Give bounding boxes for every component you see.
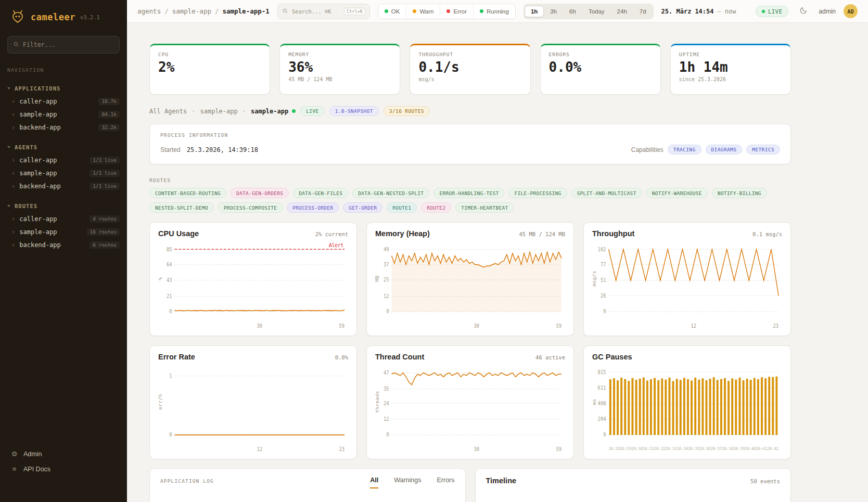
all-agents-link[interactable]: All Agents bbox=[149, 108, 187, 115]
metric-value: 2% bbox=[158, 59, 261, 75]
svg-text:20:2820:2920:3020:3120:3220:33: 20:2820:2920:3020:3120:3220:3320:3420:35… bbox=[608, 446, 778, 452]
svg-text:37: 37 bbox=[384, 262, 389, 268]
agent-online-dot bbox=[292, 109, 296, 113]
status-dot-warn bbox=[413, 9, 416, 13]
svg-text:ms: ms bbox=[592, 399, 597, 405]
section-header-routes[interactable]: ROUTES bbox=[0, 200, 127, 212]
chevron-right-icon: › bbox=[11, 242, 15, 248]
tab-warnings[interactable]: Warnings bbox=[394, 477, 421, 488]
search-input[interactable] bbox=[292, 8, 340, 15]
user-menu[interactable]: admin bbox=[819, 8, 836, 15]
breadcrumb-current: sample-app-1 bbox=[222, 7, 269, 15]
sidebar-item-routes-backend-app[interactable]: › backend-app 6 routes bbox=[0, 238, 127, 251]
item-live-badge: 1/1 live bbox=[90, 157, 120, 164]
time-range-today[interactable]: Today bbox=[582, 6, 611, 17]
footer-label: API Docs bbox=[23, 466, 50, 473]
datetime-range-control[interactable]: 25. März 14:54 — now bbox=[661, 8, 736, 15]
section-header-applications[interactable]: APPLICATIONS bbox=[0, 82, 127, 95]
sidebar-item-agent-backend-app[interactable]: › backend-app 1/1 live bbox=[0, 179, 127, 192]
routes-section-title: ROUTES bbox=[149, 177, 791, 183]
breadcrumb-sample-app[interactable]: sample-app bbox=[172, 7, 211, 15]
charts-grid: CPU Usage 2% current 021436485%Alert3059… bbox=[149, 222, 791, 459]
route-badge[interactable]: ROUTE1 bbox=[387, 202, 417, 213]
sidebar-filter[interactable] bbox=[7, 36, 120, 54]
metric-card-uptime: UPTIME 1h 14m since 25.3.2026 bbox=[670, 44, 791, 95]
route-badge[interactable]: ERROR-HANDLING-TEST bbox=[433, 188, 504, 198]
status-filter-error[interactable]: Error bbox=[440, 4, 474, 19]
route-badge[interactable]: NOTIFY-WAREHOUSE bbox=[646, 188, 708, 198]
status-label: Error bbox=[453, 8, 467, 15]
time-range-7d[interactable]: 7d bbox=[633, 6, 653, 17]
metric-cards-row: CPU 2% MEMORY 36% 45 MB / 124 MB THROUGH… bbox=[149, 44, 791, 95]
route-badge[interactable]: CONTENT-BASED-ROUTING bbox=[149, 188, 226, 198]
filter-input[interactable] bbox=[23, 41, 114, 48]
sidebar-item-routes-caller-app[interactable]: › caller-app 4 routes bbox=[0, 212, 127, 225]
status-filter-group: OK Warn Error Running bbox=[378, 4, 516, 19]
memory-heap-chart-card: Memory (Heap) 45 MB / 124 MB 012253749MB… bbox=[366, 222, 574, 336]
main-area: agents / sample-app / sample-app-1 Ctrl+… bbox=[127, 0, 868, 502]
route-badge[interactable]: NESTED-SPLIT-DEMO bbox=[149, 202, 214, 213]
sidebar-item-application-sample-app[interactable]: › sample-app 84.1k bbox=[0, 108, 127, 121]
live-label: LIVE bbox=[768, 8, 782, 15]
now-label: now bbox=[725, 8, 736, 15]
section-header-agents[interactable]: AGENTS bbox=[0, 141, 127, 153]
status-filter-warn[interactable]: Warn bbox=[406, 4, 440, 19]
item-label: backend-app bbox=[19, 241, 60, 249]
time-range-3h[interactable]: 3h bbox=[544, 6, 563, 17]
chart-title: GC Pauses bbox=[592, 353, 632, 361]
timeline-title: Timeline bbox=[486, 477, 517, 485]
sidebar-item-application-backend-app[interactable]: › backend-app 32.2k bbox=[0, 121, 127, 134]
dark-mode-toggle[interactable] bbox=[796, 4, 811, 19]
svg-text:12: 12 bbox=[691, 323, 696, 329]
route-badges: CONTENT-BASED-ROUTING DATA-GEN-ORDERS DA… bbox=[149, 188, 791, 213]
live-toggle[interactable]: LIVE bbox=[756, 6, 788, 17]
sample-app-link[interactable]: sample-app bbox=[200, 108, 237, 115]
metric-card-memory: MEMORY 36% 45 MB / 124 MB bbox=[279, 44, 400, 95]
status-label: Running bbox=[487, 8, 509, 15]
chart-title: Error Rate bbox=[158, 353, 195, 361]
tab-errors[interactable]: Errors bbox=[437, 477, 454, 488]
moon-icon bbox=[799, 6, 808, 17]
route-badge[interactable]: GET-ORDER bbox=[343, 202, 382, 213]
gc-pauses-chart-card: GC Pauses 0204408611815ms20:2820:2920:30… bbox=[583, 345, 791, 459]
avatar[interactable]: AD bbox=[844, 4, 858, 18]
current-agent: sample-app bbox=[251, 108, 288, 115]
svg-text:204: 204 bbox=[598, 416, 606, 422]
svg-text:0: 0 bbox=[386, 432, 389, 438]
route-badge[interactable]: DATA-GEN-ORDERS bbox=[231, 188, 289, 198]
route-badge[interactable]: NOTIFY-BILLING bbox=[712, 188, 767, 198]
dashboard-content: CPU 2% MEMORY 36% 45 MB / 124 MB THROUGH… bbox=[127, 23, 868, 502]
api-docs-link[interactable]: ≡ API Docs bbox=[10, 465, 117, 473]
route-badge[interactable]: FILE-PROCESSING bbox=[508, 188, 567, 198]
route-badge[interactable]: TIMER-HEARTBEAT bbox=[455, 202, 514, 213]
global-search[interactable]: Ctrl+K bbox=[277, 4, 370, 19]
item-routes-badge: 4 routes bbox=[90, 215, 120, 223]
sidebar-item-agent-caller-app[interactable]: › caller-app 1/1 live bbox=[0, 153, 127, 166]
search-icon bbox=[282, 7, 288, 16]
sidebar-item-agent-sample-app[interactable]: › sample-app 1/1 live bbox=[0, 166, 127, 179]
route-badge[interactable]: DATA-GEN-FILES bbox=[293, 188, 348, 198]
date-label: 25. März bbox=[661, 8, 692, 15]
admin-link[interactable]: ⚙ Admin bbox=[10, 450, 117, 458]
route-badge[interactable]: DATA-GEN-NESTED-SPLIT bbox=[352, 188, 429, 198]
logo-row[interactable]: cameleer v3.2.1 bbox=[0, 0, 127, 33]
status-filter-running[interactable]: Running bbox=[474, 4, 515, 19]
metric-card-throughput: THROUGHPUT 0.1/s msg/s bbox=[410, 44, 530, 95]
chevron-right-icon: › bbox=[11, 98, 15, 105]
breadcrumb-agents[interactable]: agents bbox=[137, 7, 161, 15]
throughput-chart: 0265177102msg/s1223 bbox=[592, 240, 782, 331]
status-filter-ok[interactable]: OK bbox=[378, 4, 407, 19]
sidebar-item-routes-sample-app[interactable]: › sample-app 16 routes bbox=[0, 225, 127, 238]
route-badge[interactable]: ROUTE2 bbox=[421, 202, 451, 213]
route-badge[interactable]: PROCESS-ORDER bbox=[287, 202, 339, 213]
sidebar-item-application-caller-app[interactable]: › caller-app 10.7k bbox=[0, 95, 127, 108]
time-range-1h[interactable]: 1h bbox=[525, 6, 544, 17]
route-badge[interactable]: PROCESS-COMPOSITE bbox=[218, 202, 283, 213]
time-range-6h[interactable]: 6h bbox=[563, 6, 582, 17]
route-badge[interactable]: SPLIT-AND-MULTICAST bbox=[571, 188, 642, 198]
svg-text:35: 35 bbox=[384, 385, 389, 392]
tab-all[interactable]: All bbox=[370, 477, 378, 488]
time-range-24h[interactable]: 24h bbox=[611, 6, 633, 17]
dot-separator: · bbox=[192, 108, 195, 115]
item-count-badge: 10.7k bbox=[98, 98, 120, 105]
